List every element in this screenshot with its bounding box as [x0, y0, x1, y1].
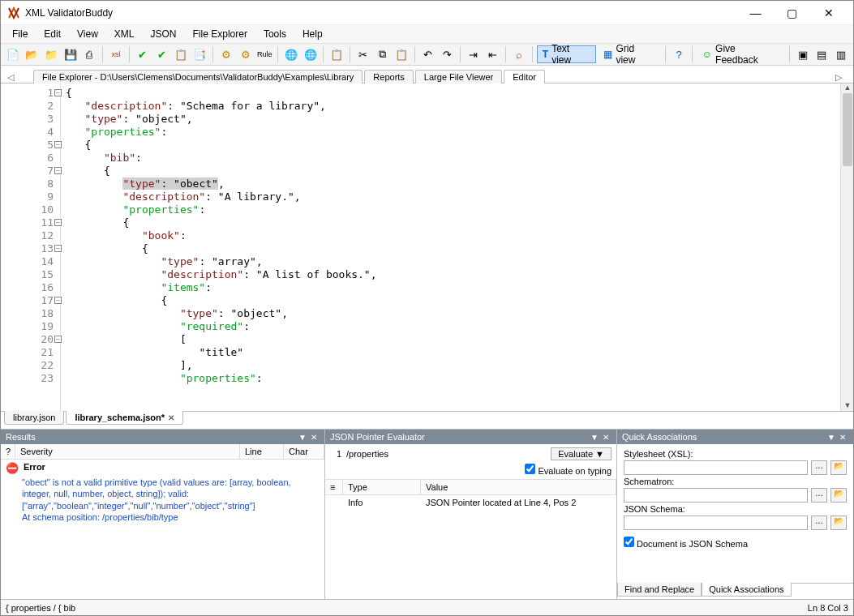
open-file-icon[interactable]: 📂 [24, 45, 41, 63]
menu-xml[interactable]: XML [106, 27, 143, 41]
find-icon[interactable]: ⌕ [510, 45, 528, 63]
save-all-icon[interactable]: ⎙ [81, 45, 99, 63]
close-button[interactable]: ✕ [810, 2, 847, 24]
tab-scroll-right-icon[interactable]: ▷ [835, 72, 847, 83]
qa-schematron-browse-icon[interactable]: … [811, 488, 827, 503]
new-file-icon[interactable]: 📄 [4, 45, 22, 63]
undo-icon[interactable]: ↶ [419, 45, 437, 63]
copy-icon[interactable]: ⧉ [374, 45, 392, 63]
menu-json[interactable]: JSON [143, 27, 185, 41]
qa-stylesheet-browse-icon[interactable]: … [811, 460, 827, 475]
misc1-icon[interactable]: ▣ [794, 45, 812, 63]
run-icon[interactable]: ⚙ [217, 45, 235, 63]
rule-icon[interactable]: Rule [255, 45, 273, 63]
window-title: XML ValidatorBuddy [25, 7, 737, 19]
qa-schematron-input[interactable] [624, 488, 808, 503]
json-pointer-panel: JSON Pointer Evaluator ▼ ✕ 1 /properties… [325, 430, 617, 599]
menu-help[interactable]: Help [294, 27, 331, 41]
error-detail-2: ["array","boolean","integer","null","num… [1, 500, 324, 511]
qa-schematron-open-icon[interactable]: 📂 [830, 488, 847, 503]
code-editor[interactable]: { "description": "Schema for a library",… [61, 83, 840, 411]
cut-icon[interactable]: ✂ [354, 45, 372, 63]
paste2-icon[interactable]: 📋 [393, 45, 410, 63]
qa-header: Quick Associations ▼ ✕ [617, 430, 853, 444]
results-panel: Results ▼ ✕ ? Severity Line Char ⛔ Error… [1, 430, 325, 599]
error-detail-3: At schema position: /properties/bib/type [1, 511, 324, 523]
doc-is-schema-checkbox[interactable]: Document is JSON Schema [624, 539, 748, 549]
tab-reports[interactable]: Reports [364, 70, 414, 83]
qa-tab-quick-assoc[interactable]: Quick Associations [702, 583, 791, 597]
grid-view-button[interactable]: ▦Grid view [598, 45, 661, 63]
results-col-icon[interactable]: ? [1, 444, 15, 459]
qa-tab-find[interactable]: Find and Replace [617, 583, 702, 597]
results-close-icon[interactable]: ✕ [308, 433, 320, 442]
json-pointer-title: JSON Pointer Evaluator [330, 432, 425, 442]
scroll-thumb[interactable] [843, 93, 852, 166]
doc-tab-library[interactable]: library.json [4, 411, 64, 425]
results-col-char[interactable]: Char [284, 444, 324, 459]
json-pointer-close-icon[interactable]: ✕ [600, 433, 612, 442]
redo-icon[interactable]: ↷ [438, 45, 456, 63]
outdent-icon[interactable]: ⇤ [484, 45, 502, 63]
check-icon[interactable]: 📑 [191, 45, 209, 63]
quick-associations-panel: Quick Associations ▼ ✕ Stylesheet (XSL):… [617, 430, 853, 599]
jp-col-type[interactable]: Type [343, 480, 421, 494]
indent-icon[interactable]: ⇥ [465, 45, 483, 63]
misc3-icon[interactable]: ▥ [832, 45, 850, 63]
results-dropdown-icon[interactable]: ▼ [297, 433, 308, 442]
scroll-up-icon[interactable]: ▲ [841, 83, 854, 93]
qa-jsonschema-open-icon[interactable]: 📂 [830, 515, 847, 530]
jp-path[interactable]: /properties [346, 449, 546, 459]
validate-warn-icon[interactable]: ✔ [152, 45, 170, 63]
menu-file-explorer[interactable]: File Explorer [185, 27, 255, 41]
globe-icon[interactable]: 🌐 [282, 45, 300, 63]
qa-stylesheet-open-icon[interactable]: 📂 [830, 460, 847, 475]
tab-editor[interactable]: Editor [504, 70, 545, 83]
scroll-down-icon[interactable]: ▼ [841, 401, 854, 411]
tab-file-explorer[interactable]: File Explorer - D:\Users\Clemens\Documen… [33, 70, 363, 83]
run2-icon[interactable]: ⚙ [237, 45, 255, 63]
jp-info-row[interactable]: Info JSON Pointer located at Line 4, Pos… [325, 495, 616, 510]
menu-file[interactable]: File [4, 27, 36, 41]
qa-dropdown-icon[interactable]: ▼ [826, 433, 837, 442]
open-folder-icon[interactable]: 📁 [42, 45, 60, 63]
results-col-line[interactable]: Line [240, 444, 284, 459]
close-tab-icon[interactable]: ✕ [168, 413, 174, 422]
qa-jsonschema-browse-icon[interactable]: … [811, 515, 827, 530]
status-cursor-pos: Ln 8 Col 3 [808, 603, 848, 613]
results-header: Results ▼ ✕ [1, 430, 324, 444]
results-title: Results [6, 432, 36, 442]
globe2-icon[interactable]: 🌐 [302, 45, 320, 63]
paste-icon[interactable]: 📋 [328, 45, 345, 63]
minimize-button[interactable]: — [737, 2, 774, 24]
results-col-severity[interactable]: Severity [15, 444, 240, 459]
save-icon[interactable]: 💾 [62, 45, 79, 63]
text-view-button[interactable]: TText view [537, 45, 597, 63]
qa-close-icon[interactable]: ✕ [837, 433, 848, 442]
qa-jsonschema-input[interactable] [624, 515, 808, 530]
jp-info-type: Info [343, 498, 421, 507]
results-error-row[interactable]: ⛔ Error [1, 460, 324, 477]
wellformed-icon[interactable]: 📋 [172, 45, 190, 63]
tab-large-file-viewer[interactable]: Large File Viewer [415, 70, 502, 83]
vertical-scrollbar[interactable]: ▲ ▼ [840, 83, 853, 411]
validate-ok-icon[interactable]: ✔ [134, 45, 152, 63]
jp-col-value[interactable]: Value [421, 480, 616, 494]
feedback-button[interactable]: ☺Give Feedback [697, 45, 785, 63]
misc2-icon[interactable]: ▤ [813, 45, 831, 63]
status-path: { properties / { bib [6, 603, 75, 613]
maximize-button[interactable]: ▢ [774, 2, 810, 24]
help-icon[interactable]: ? [670, 45, 688, 63]
menu-view[interactable]: View [69, 27, 106, 41]
top-tabstrip: ◁ File Explorer - D:\Users\Clemens\Docum… [1, 66, 853, 83]
qa-stylesheet-input[interactable] [624, 460, 808, 475]
tab-scroll-left-icon[interactable]: ◁ [7, 72, 19, 83]
json-pointer-dropdown-icon[interactable]: ▼ [589, 433, 600, 442]
eval-on-typing-checkbox[interactable]: Evaluate on typing [525, 466, 612, 476]
doc-tab-library-schema[interactable]: library_schema.json*✕ [66, 411, 183, 425]
evaluate-button[interactable]: Evaluate ▼ [551, 447, 612, 460]
xsl-icon[interactable]: xsl [107, 45, 125, 63]
menu-tools[interactable]: Tools [255, 27, 294, 41]
menu-edit[interactable]: Edit [36, 27, 69, 41]
titlebar: XML ValidatorBuddy — ▢ ✕ [1, 1, 853, 25]
